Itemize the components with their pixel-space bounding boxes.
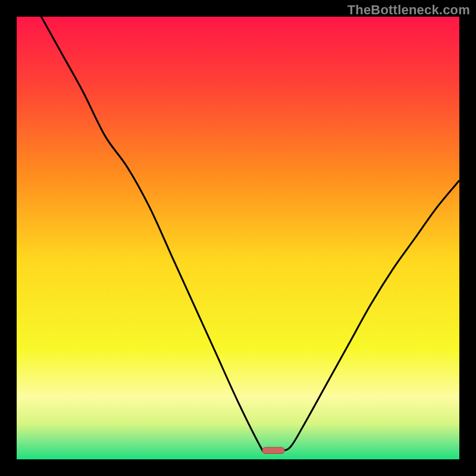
- min-marker: [262, 447, 284, 453]
- attribution-text: TheBottleneck.com: [347, 2, 470, 18]
- plot-svg: [17, 17, 459, 459]
- plot-area: [17, 17, 459, 459]
- gradient-rect: [17, 17, 459, 459]
- chart-frame: TheBottleneck.com: [0, 0, 476, 476]
